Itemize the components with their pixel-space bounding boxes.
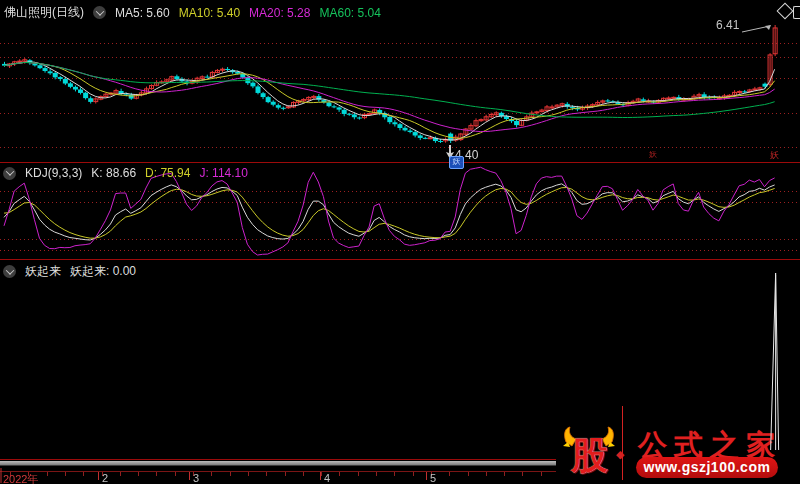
yao-signal-marker: 妖 xyxy=(649,150,657,159)
main-chart-header: 佛山照明(日线) MA5: 5.60 MA10: 5.40 MA20: 5.28… xyxy=(4,4,381,21)
axis-month-label: 4 xyxy=(324,472,330,484)
axis-month-label: 2 xyxy=(102,472,108,484)
kdj-d-value: D: 75.94 xyxy=(145,166,190,180)
kdj-k-value: K: 88.66 xyxy=(91,166,136,180)
high-price-arrow xyxy=(741,21,775,35)
ma5-value: MA5: 5.60 xyxy=(115,6,170,20)
logo-url[interactable]: www.gszj100.com xyxy=(636,457,778,478)
axis-month-label: 3 xyxy=(193,472,199,484)
kdj-header: KDJ(9,3,3) K: 88.66 D: 75.94 J: 114.10 xyxy=(3,166,248,180)
kdj-j-value: J: 114.10 xyxy=(199,166,247,180)
panel-separator xyxy=(0,162,800,163)
yao-signal-marker: 妖 xyxy=(770,151,779,160)
main-candlestick-chart[interactable] xyxy=(0,0,800,162)
partial-box-icon[interactable] xyxy=(793,6,800,19)
signal-stamp-icon: 妖 xyxy=(449,156,464,169)
kdj-title[interactable]: KDJ(9,3,3) xyxy=(25,166,82,180)
app-window: { "main_header": { "title": "佛山照明(日线)", … xyxy=(0,0,800,484)
ma10-value: MA10: 5.40 xyxy=(179,6,240,20)
stock-title[interactable]: 佛山照明(日线) xyxy=(4,4,84,21)
chevron-down-icon[interactable] xyxy=(3,167,16,180)
chevron-down-icon[interactable] xyxy=(93,6,106,19)
ma60-value: MA60: 5.04 xyxy=(319,6,380,20)
axis-month-label: 5 xyxy=(430,472,436,484)
yaoqilai-indicator-chart[interactable] xyxy=(0,260,800,459)
ma20-value: MA20: 5.28 xyxy=(249,6,310,20)
high-price-label: 6.41 xyxy=(716,18,739,32)
axis-year-label: 2022年 xyxy=(3,472,38,484)
